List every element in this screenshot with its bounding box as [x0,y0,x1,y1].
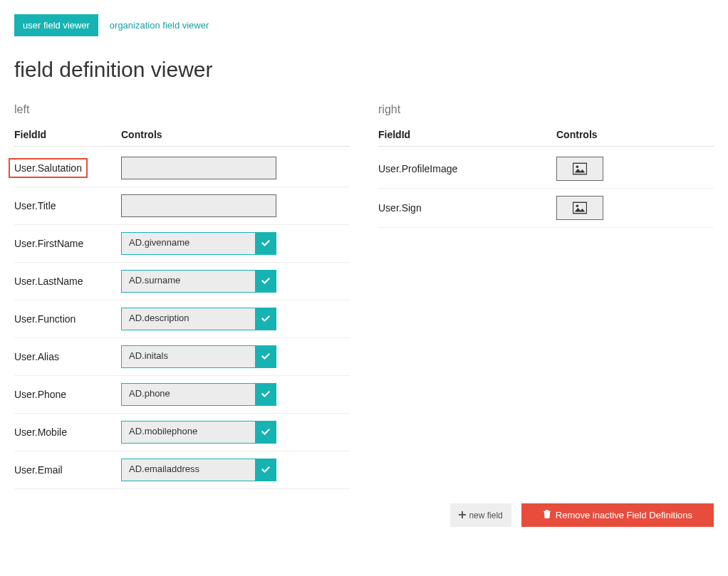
check-icon[interactable] [255,345,276,368]
footer-actions: new field Remove inactive Field Definiti… [14,503,714,527]
table-row: User.Salutation [14,150,350,187]
field-id-cell: User.LastName [14,276,121,287]
svg-point-1 [576,165,579,168]
svg-point-3 [576,204,579,207]
field-id-cell: User.Phone [14,389,121,400]
check-icon[interactable] [255,459,276,481]
remove-inactive-button[interactable]: Remove inactive Field Definitions [521,503,714,527]
check-icon[interactable] [255,232,276,255]
controls-cell [121,157,350,179]
trash-icon [543,510,551,520]
table-row: User.Title [14,187,350,225]
controls-cell: AD.phone [121,383,350,406]
control-text-field[interactable]: AD.givenname [121,232,255,255]
check-icon[interactable] [255,421,276,444]
right-header-controls: Controls [556,129,714,140]
control-text-field[interactable]: AD.phone [121,383,255,406]
table-row: User.MobileAD.mobilephone [14,414,350,451]
control-text-field[interactable]: AD.description [121,308,255,330]
tabs: user field viewer organization field vie… [14,14,714,36]
table-row: User.Sign [378,189,714,228]
control-input: AD.emailaddress [121,459,276,481]
right-table-header: FieldId Controls [378,129,714,147]
left-column: left FieldId Controls User.SalutationUse… [14,103,350,489]
table-row: User.LastNameAD.surname [14,263,350,300]
field-id-cell: User.Mobile [14,426,121,438]
table-row: User.AliasAD.initals [14,338,350,376]
left-table-header: FieldId Controls [14,129,350,147]
table-row: User.FirstNameAD.givenname [14,225,350,263]
check-icon[interactable] [255,383,276,406]
field-id-cell: User.FirstName [14,238,121,249]
control-text-field[interactable]: AD.surname [121,270,255,293]
control-input [121,157,276,179]
tab-user-field-viewer[interactable]: user field viewer [14,14,98,36]
controls-cell: AD.givenname [121,232,350,255]
field-id-cell: User.Function [14,313,121,325]
table-row: User.EmailAD.emailaddress [14,451,350,489]
remove-inactive-label: Remove inactive Field Definitions [556,510,692,520]
left-heading: left [14,103,350,116]
control-input: AD.mobilephone [121,421,276,444]
page-title: field definition viewer [14,58,714,82]
controls-cell [121,194,350,217]
check-icon[interactable] [255,308,276,330]
control-input: AD.initals [121,345,276,368]
field-id-cell: User.Title [14,200,121,211]
controls-cell: AD.emailaddress [121,459,350,481]
check-icon[interactable] [255,270,276,293]
control-input: AD.givenname [121,232,276,255]
left-header-controls: Controls [121,129,350,140]
field-id-cell: User.Alias [14,351,121,362]
image-icon[interactable] [556,196,603,220]
control-text-field[interactable]: AD.initals [121,345,255,368]
table-row: User.PhoneAD.phone [14,376,350,414]
right-column: right FieldId Controls User.ProfileImage… [378,103,714,489]
controls-cell [556,157,714,181]
controls-cell: AD.initals [121,345,350,368]
control-input: AD.phone [121,383,276,406]
control-input [121,194,276,217]
tab-organization-field-viewer[interactable]: organization field viewer [101,14,217,36]
control-text-field[interactable] [121,157,276,179]
plus-icon [459,510,466,520]
controls-cell [556,196,714,220]
right-header-fieldid: FieldId [378,129,556,140]
control-input: AD.surname [121,270,276,293]
field-id-cell: User.Salutation [14,158,121,178]
field-id-cell: User.ProfileImage [378,163,556,174]
field-id-highlighted[interactable]: User.Salutation [9,158,88,178]
control-text-field[interactable]: AD.emailaddress [121,459,255,481]
field-id-cell: User.Sign [378,202,556,214]
control-text-field[interactable]: AD.mobilephone [121,421,255,444]
controls-cell: AD.mobilephone [121,421,350,444]
new-field-label: new field [469,510,502,520]
new-field-button[interactable]: new field [450,503,511,527]
image-icon[interactable] [556,157,603,181]
left-header-fieldid: FieldId [14,129,121,140]
table-row: User.ProfileImage [378,150,714,189]
columns-container: left FieldId Controls User.SalutationUse… [14,103,714,489]
control-text-field[interactable] [121,194,276,217]
controls-cell: AD.description [121,308,350,330]
right-heading: right [378,103,714,116]
control-input: AD.description [121,308,276,330]
table-row: User.FunctionAD.description [14,300,350,338]
field-id-cell: User.Email [14,464,121,476]
controls-cell: AD.surname [121,270,350,293]
